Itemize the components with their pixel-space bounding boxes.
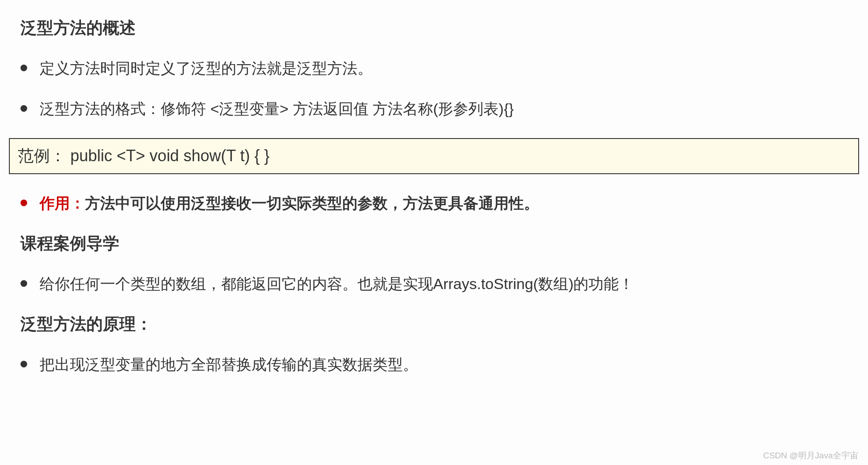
list-item: 把出现泛型变量的地方全部替换成传输的真实数据类型。: [20, 353, 859, 376]
list-item: 定义方法时同时定义了泛型的方法就是泛型方法。: [20, 57, 859, 80]
section-heading-case: 课程案例导学: [9, 232, 859, 255]
emphasis-label: 作用：: [40, 195, 85, 212]
bullet-text: 定义方法时同时定义了泛型的方法就是泛型方法。: [40, 57, 373, 80]
bullet-icon: [20, 200, 27, 206]
watermark-text: CSDN @明月Java全宇宙: [763, 450, 858, 461]
code-example-box: 范例： public <T> void show(T t) { }: [9, 138, 859, 174]
bullet-icon: [20, 65, 27, 71]
bullet-icon: [20, 361, 27, 367]
bullet-text: 作用：方法中可以使用泛型接收一切实际类型的参数，方法更具备通用性。: [40, 192, 539, 215]
list-item: 给你任何一个类型的数组，都能返回它的内容。也就是实现Arrays.toStrin…: [20, 273, 859, 295]
bullet-text: 把出现泛型变量的地方全部替换成传输的真实数据类型。: [40, 353, 418, 376]
emphasis-content: 方法中可以使用泛型接收一切实际类型的参数，方法更具备通用性。: [85, 195, 539, 212]
list-item: 泛型方法的格式：修饰符 <泛型变量> 方法返回值 方法名称(形参列表){}: [20, 98, 859, 120]
section-heading-overview: 泛型方法的概述: [9, 17, 859, 39]
bullet-text: 泛型方法的格式：修饰符 <泛型变量> 方法返回值 方法名称(形参列表){}: [40, 98, 514, 120]
bullet-text: 给你任何一个类型的数组，都能返回它的内容。也就是实现Arrays.toStrin…: [40, 273, 634, 295]
bullet-icon: [20, 105, 27, 112]
section-heading-principle: 泛型方法的原理：: [9, 313, 859, 335]
bullet-icon: [20, 280, 27, 287]
list-item-emphasis: 作用：方法中可以使用泛型接收一切实际类型的参数，方法更具备通用性。: [20, 192, 859, 215]
